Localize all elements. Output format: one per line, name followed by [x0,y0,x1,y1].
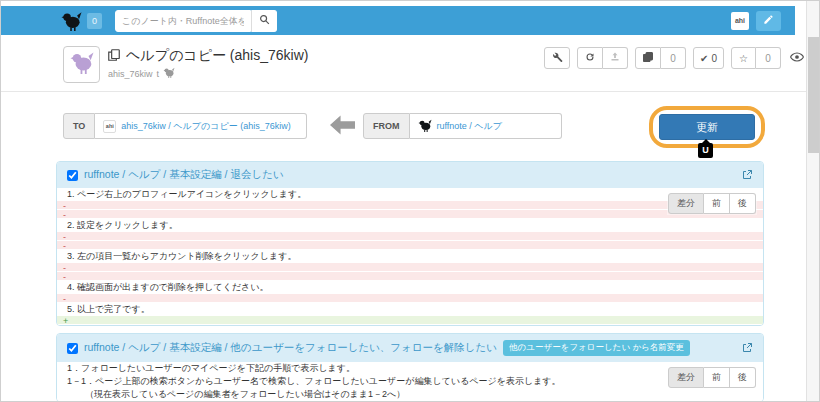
bird-icon [163,67,175,80]
panel-2-header: ruffnote / ヘルプ / 基本設定編 / 他のユーザーをフォローしたい、… [57,334,763,362]
diff-line: （現在表示しているページの編集者をフォローしたい場合はそのまま1－2へ） [57,388,763,401]
copy-icon [107,48,121,65]
upload-button[interactable] [603,47,628,69]
fork-group: 0 [635,47,686,69]
header-toolbar: 0 ✔0 ☆ 0 818 [544,47,820,69]
external-link-icon[interactable] [741,169,753,181]
diff-panel-1: ruffnote / ヘルプ / 基本設定編 / 退会したい 1. ページ右上の… [56,161,764,326]
before-view-button[interactable]: 前 [704,367,730,388]
to-box: ahi ahis_76kiw / ヘルプのコピー (ahis_76kiw) [95,113,307,139]
panel-2-checkbox[interactable] [67,343,78,354]
upload-icon [609,51,621,65]
from-path-link[interactable]: ruffnote / ヘルプ [437,120,503,133]
diff-line-removed: - [57,294,763,303]
wrench-icon [551,51,563,65]
note-owner: ahis_76kiw t [108,67,175,80]
star-icon: ☆ [739,53,748,64]
to-path-link[interactable]: ahis_76kiw / ヘルプのコピー (ahis_76kiw) [121,120,290,133]
diff-line-removed: - [57,272,763,281]
diff-line-added: + [57,316,763,325]
bird-logo-icon[interactable] [61,11,82,31]
panel-2-title-link[interactable]: ruffnote / ヘルプ / 基本設定編 / 他のユーザーをフォローしたい、… [84,341,497,355]
diff-line-removed: - [57,201,763,210]
eye-icon [790,52,804,64]
scrollbar-thumb[interactable] [808,37,819,153]
navbar: 0 ahi [1,6,795,35]
panel-1-checkbox[interactable] [67,170,78,181]
navbar-right: ahi [731,11,781,31]
purple-bird-icon [70,51,94,78]
panel-1-title-link[interactable]: ruffnote / ヘルプ / 基本設定編 / 退会したい [84,168,284,182]
diff-line: 4. 確認画面が出ますので削除を押してください。 [57,281,763,294]
merge-arrow-left-icon [330,115,355,135]
diff-line-removed: - [57,263,763,272]
diff-line: 1．フォローしたいユーザーのマイページを下記の手順で表示します。 [57,362,763,375]
to-avatar: ahi [103,120,116,133]
after-view-button[interactable]: 後 [730,367,756,388]
star-button[interactable]: ☆ [731,47,756,69]
refresh-button[interactable] [577,47,603,69]
external-link-icon[interactable] [741,342,753,354]
check-count: 0 [711,53,717,64]
sync-group [577,47,628,69]
notification-badge[interactable]: 0 [87,13,102,29]
fork-button[interactable] [635,47,661,69]
from-box: ruffnote / ヘルプ [410,113,562,139]
diff-panel-2: ruffnote / ヘルプ / 基本設定編 / 他のユーザーをフォローしたい、… [56,333,764,402]
diff-line: 2. 設定をクリックします。 [57,219,763,232]
diff-view-button[interactable]: 差分 [668,367,704,388]
diff-view-button[interactable]: 差分 [668,193,704,214]
vertical-scrollbar[interactable] [806,1,819,402]
panel-1-body: 1. ページ右上のプロフィールアイコンをクリックします。 - - 2. 設定をク… [57,188,763,325]
search-button[interactable] [251,10,277,32]
search-group [115,10,277,32]
diff-line-removed: - [57,232,763,241]
note-avatar [63,46,100,83]
settings-button[interactable] [544,47,570,69]
search-icon [259,13,270,28]
from-label: FROM [363,113,410,139]
diff-line: 3. 左の項目一覧からアカウント削除をクリックします。 [57,250,763,263]
check-button[interactable]: ✔0 [693,47,724,69]
fork-count[interactable]: 0 [661,47,686,69]
divider [1,91,807,92]
after-view-button[interactable]: 後 [730,193,756,214]
diff-line: 5. 以上で完了です。 [57,303,763,316]
pencil-icon [763,13,774,28]
rename-badge: 他のユーザーをフォローしたい から名前変更 [503,340,690,356]
panel-1-diff-controls: 差分 前 後 [668,193,756,214]
app-window: 0 ahi ヘルプのコピー (ahis_76kiw) ahis_76kiw t [0,0,820,402]
to-label: TO [63,113,95,139]
refresh-icon [584,51,596,65]
merge-to: TO ahi ahis_76kiw / ヘルプのコピー (ahis_76kiw) [63,113,307,139]
diff-line: 1. ページ右上のプロフィールアイコンをクリックします。 [57,188,763,201]
diff-line-removed: - [57,241,763,250]
merge-from: FROM ruffnote / ヘルプ [363,113,562,139]
diff-panels: ruffnote / ヘルプ / 基本設定編 / 退会したい 1. ページ右上の… [56,161,764,402]
from-bird-icon [418,119,432,134]
user-avatar[interactable]: ahi [731,12,749,30]
keyboard-hint: U [698,143,713,158]
panel-1-header: ruffnote / ヘルプ / 基本設定編 / 退会したい [57,162,763,188]
panel-2-diff-controls: 差分 前 後 [668,367,756,388]
owner-name[interactable]: ahis_76kiw [108,69,153,79]
fork-copy-icon [642,51,654,65]
update-button[interactable]: 更新 [659,114,755,140]
edit-button[interactable] [756,11,781,31]
diff-line: 1－1．ページ上部の検索ボタンからユーザー名で検索し、フォローしたいユーザーが編… [57,375,763,388]
check-icon: ✔ [700,53,708,64]
before-view-button[interactable]: 前 [704,193,730,214]
search-input[interactable] [115,10,251,32]
star-count[interactable]: 0 [756,47,781,69]
diff-line-removed: - [57,210,763,219]
star-group: ☆ 0 [731,47,781,69]
owner-suffix: t [157,69,160,79]
page-title: ヘルプのコピー (ahis_76kiw) [126,47,308,65]
panel-2-body: 1．フォローしたいユーザーのマイページを下記の手順で表示します。 1－1．ページ… [57,362,763,401]
title-row: ヘルプのコピー (ahis_76kiw) [107,47,308,65]
